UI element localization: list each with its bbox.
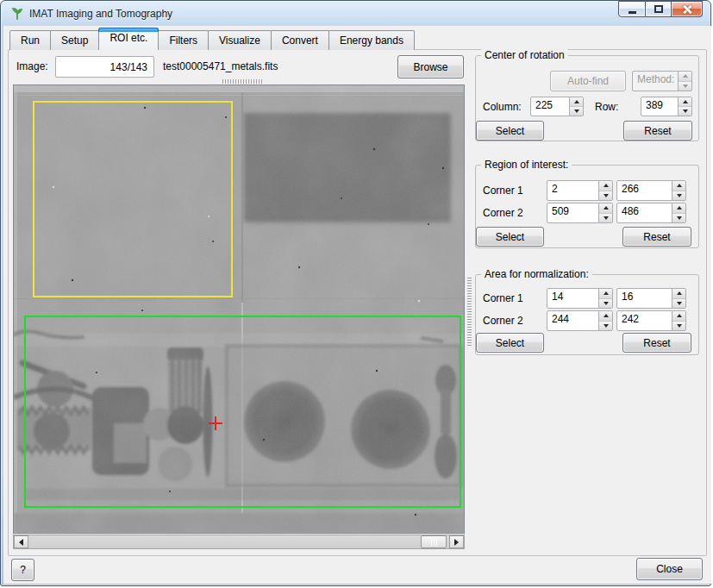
tab-bar: Run Setup ROI etc. Filters Visualize Con… — [9, 28, 414, 50]
close-icon — [682, 4, 692, 15]
column-label: Column: — [483, 101, 522, 113]
scroll-left-icon — [16, 539, 23, 546]
norm-select-label: Select — [496, 337, 524, 349]
column-spinbox[interactable]: 225 — [530, 97, 584, 116]
cor-reset-button[interactable]: Reset — [623, 121, 692, 141]
app-icon — [10, 6, 24, 20]
tab-convert[interactable]: Convert — [271, 30, 329, 50]
image-index-value: 143/143 — [110, 61, 147, 73]
image-filename: test00005471_metals.fits — [163, 60, 278, 72]
auto-find-button[interactable]: Auto-find — [550, 71, 626, 91]
roi-corner1-x-arrows[interactable] — [598, 181, 612, 200]
tab-roi-etc[interactable]: ROI etc. — [98, 28, 159, 50]
norm-corner1-y-spinbox[interactable]: 16 — [616, 288, 686, 309]
scroll-right-icon — [454, 539, 462, 546]
scroll-right-button[interactable] — [449, 535, 464, 548]
roi-select-label: Select — [496, 231, 524, 243]
row-spinbox[interactable]: 389 — [641, 97, 692, 116]
center-of-rotation-group: Center of rotation Auto-find Method: Col… — [475, 55, 699, 141]
roi-corner2-y-value: 486 — [617, 203, 672, 222]
image-viewer-frame — [13, 84, 465, 534]
roi-corner2-x-spinbox[interactable]: 509 — [547, 203, 613, 223]
minimize-icon — [629, 11, 636, 14]
window-controls — [618, 1, 703, 17]
roi-corner1-x-spinbox[interactable]: 2 — [547, 180, 613, 201]
roi-select-button[interactable]: Select — [476, 227, 544, 247]
roi-title: Region of interest: — [481, 159, 572, 171]
image-index-field[interactable]: 143/143 — [55, 56, 154, 78]
row-spin-arrows[interactable] — [678, 97, 691, 116]
radiograph-image — [14, 85, 464, 533]
roi-corner1-x-value: 2 — [547, 181, 598, 200]
window-title: IMAT Imaging and Tomography — [29, 8, 172, 20]
roi-corner2-x-arrows[interactable] — [598, 203, 612, 222]
help-button[interactable]: ? — [11, 559, 34, 581]
vertical-splitter-handle[interactable] — [467, 277, 472, 346]
norm-select-button[interactable]: Select — [476, 333, 544, 353]
cor-reset-label: Reset — [644, 125, 671, 137]
horizontal-splitter-handle[interactable] — [222, 79, 262, 84]
app-window: IMAT Imaging and Tomography Run Setup RO… — [0, 0, 711, 586]
roi-corner1-y-value: 266 — [617, 181, 672, 200]
image-canvas[interactable] — [14, 85, 464, 533]
cor-select-label: Select — [496, 125, 524, 137]
row-label: Row: — [595, 101, 618, 113]
norm-corner2-label: Corner 2 — [483, 315, 523, 327]
norm-corner2-x-spinbox[interactable]: 244 — [547, 310, 613, 331]
roi-reset-button[interactable]: Reset — [622, 227, 691, 247]
roi-corner1-label: Corner 1 — [483, 185, 523, 197]
normalization-title: Area for normalization: — [481, 268, 592, 280]
roi-corner1-y-spinbox[interactable]: 266 — [616, 180, 686, 201]
row-value: 389 — [641, 97, 678, 116]
scrollbar-thumb[interactable] — [421, 535, 447, 548]
norm-corner2-x-arrows[interactable] — [598, 311, 612, 330]
norm-corner2-y-spinbox[interactable]: 242 — [616, 310, 686, 331]
norm-corner1-y-arrows[interactable] — [672, 289, 685, 308]
tab-setup[interactable]: Setup — [50, 30, 99, 50]
norm-corner1-label: Corner 1 — [483, 292, 523, 304]
tab-energy-bands[interactable]: Energy bands — [328, 30, 415, 50]
image-label: Image: — [16, 60, 48, 72]
column-spin-arrows[interactable] — [569, 97, 583, 116]
norm-reset-button[interactable]: Reset — [622, 333, 691, 353]
method-selector[interactable]: Method: — [632, 71, 692, 91]
norm-corner2-x-value: 244 — [547, 311, 598, 330]
h-scrollbar[interactable] — [13, 535, 465, 549]
center-of-rotation-title: Center of rotation — [481, 49, 568, 61]
roi-corner2-y-arrows[interactable] — [672, 203, 685, 222]
normalization-group: Area for normalization: Corner 1 14 16 C… — [475, 274, 699, 355]
roi-corner2-label: Corner 2 — [483, 207, 523, 219]
maximize-button[interactable] — [646, 1, 672, 17]
tab-run[interactable]: Run — [9, 30, 51, 50]
norm-corner1-x-value: 14 — [547, 289, 598, 308]
roi-corner2-y-spinbox[interactable]: 486 — [616, 203, 686, 223]
minimize-button[interactable] — [618, 1, 646, 17]
region-of-interest-group: Region of interest: Corner 1 2 266 Corne… — [475, 165, 699, 248]
norm-reset-label: Reset — [643, 337, 670, 349]
browse-button-label: Browse — [413, 61, 447, 73]
auto-find-label: Auto-find — [567, 75, 609, 87]
norm-corner1-x-spinbox[interactable]: 14 — [547, 288, 613, 309]
titlebar: IMAT Imaging and Tomography — [1, 1, 710, 26]
dialog-content: Run Setup ROI etc. Filters Visualize Con… — [3, 26, 711, 584]
norm-corner1-x-arrows[interactable] — [598, 289, 612, 308]
help-button-label: ? — [20, 564, 26, 576]
column-value: 225 — [531, 97, 569, 116]
scroll-left-button[interactable] — [14, 535, 28, 548]
norm-corner2-y-value: 242 — [617, 311, 672, 330]
tab-filters[interactable]: Filters — [158, 30, 209, 50]
browse-button[interactable]: Browse — [397, 55, 464, 78]
cor-select-button[interactable]: Select — [476, 121, 544, 141]
method-label: Method: — [633, 72, 678, 91]
close-button[interactable]: Close — [636, 558, 703, 580]
roi-corner2-x-value: 509 — [547, 203, 598, 222]
close-window-button[interactable] — [672, 1, 703, 17]
norm-corner1-y-value: 16 — [617, 289, 672, 308]
close-button-label: Close — [656, 563, 683, 575]
maximize-icon — [654, 5, 663, 13]
roi-reset-label: Reset — [643, 231, 670, 243]
norm-corner2-y-arrows[interactable] — [672, 311, 685, 330]
method-spin-arrows[interactable] — [678, 72, 691, 91]
tab-visualize[interactable]: Visualize — [208, 30, 272, 50]
roi-corner1-y-arrows[interactable] — [672, 181, 685, 200]
